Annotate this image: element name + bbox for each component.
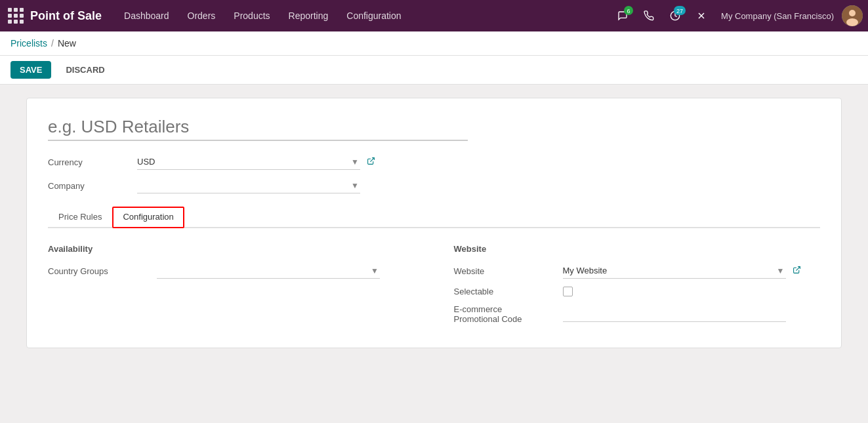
menu-item-dashboard[interactable]: Dashboard [115,0,178,31]
ecommerce-field [563,306,821,322]
company-field: ▼ [137,178,360,193]
country-groups-select-wrapper: ▼ [157,263,380,279]
svg-point-4 [849,10,856,16]
currency-select-wrapper: USD EUR GBP ▼ [137,154,360,170]
user-avatar[interactable] [842,5,863,26]
website-label: Website [454,266,552,276]
website-select[interactable]: My Website [563,263,786,279]
breadcrumb-current: New [58,38,76,49]
breadcrumb-bar: Pricelists / New [0,31,868,56]
currency-field: USD EUR GBP ▼ [137,154,375,170]
menu-item-configuration[interactable]: Configuration [337,0,410,31]
website-external-link-icon[interactable] [793,266,801,276]
pricelist-name-input[interactable] [48,114,468,141]
topnav-right: 6 27 My Company (San Francisco) [611,4,863,28]
breadcrumb-separator: / [51,38,54,49]
tabs: Price Rules Configuration [48,207,820,228]
breadcrumb-parent[interactable]: Pricelists [10,38,47,49]
phone-icon-button[interactable] [637,4,661,28]
discard-button[interactable]: DISCARD [56,61,114,79]
company-name: My Company (San Francisco) [721,11,834,21]
app-title: Point of Sale [30,9,102,23]
company-row: Company ▼ [48,178,820,193]
configuration-panel: Availability Country Groups ▼ [48,244,820,332]
ecommerce-promo-code-input[interactable] [563,306,786,322]
activity-badge: 27 [674,6,686,15]
main-menu: Dashboard Orders Products Reporting Conf… [115,0,611,31]
form-card: Currency USD EUR GBP ▼ [26,98,842,348]
svg-line-7 [796,267,800,271]
company-select-wrapper: ▼ [137,178,360,193]
website-section-title: Website [454,244,821,254]
availability-title: Availability [48,244,415,254]
country-groups-select[interactable] [157,263,380,279]
messages-badge: 6 [624,6,633,15]
ecommerce-label: E-commerce Promotional Code [454,304,552,324]
currency-row: Currency USD EUR GBP ▼ [48,154,820,170]
country-groups-row: Country Groups ▼ [48,263,415,279]
currency-external-link-icon[interactable] [367,157,375,167]
activity-icon-button[interactable]: 27 [663,4,687,28]
website-select-wrapper: My Website ▼ [563,263,786,279]
website-row: Website My Website ▼ [454,263,821,279]
save-button[interactable]: SAVE [10,61,51,79]
selectable-label: Selectable [454,287,552,296]
app-grid-icon[interactable] [5,5,26,26]
company-select[interactable] [137,178,360,193]
website-field: My Website ▼ [563,263,821,279]
country-groups-label: Country Groups [48,266,146,276]
messages-icon-button[interactable]: 6 [611,4,634,28]
main-content: Currency USD EUR GBP ▼ [0,85,868,361]
svg-line-6 [370,158,374,162]
action-bar: SAVE DISCARD [0,56,868,85]
currency-select[interactable]: USD EUR GBP [137,154,360,170]
tab-configuration[interactable]: Configuration [112,207,184,228]
top-navigation: Point of Sale Dashboard Orders Products … [0,0,868,31]
tab-configuration-content: Availability Country Groups ▼ [48,228,820,332]
basic-fields: Currency USD EUR GBP ▼ [48,154,820,193]
currency-label: Currency [48,157,127,167]
selectable-field [563,287,821,296]
selectable-checkbox[interactable] [563,287,573,296]
company-label: Company [48,181,127,191]
tab-price-rules[interactable]: Price Rules [48,207,112,228]
close-icon-button[interactable] [690,4,713,28]
selectable-row: Selectable [454,287,821,296]
svg-point-5 [846,18,858,26]
menu-item-products[interactable]: Products [224,0,279,31]
country-groups-field: ▼ [157,263,415,279]
website-section: Website Website My Website ▼ [454,244,821,332]
menu-item-reporting[interactable]: Reporting [279,0,338,31]
ecommerce-row: E-commerce Promotional Code [454,304,821,324]
availability-section: Availability Country Groups ▼ [48,244,415,332]
menu-item-orders[interactable]: Orders [178,0,225,31]
